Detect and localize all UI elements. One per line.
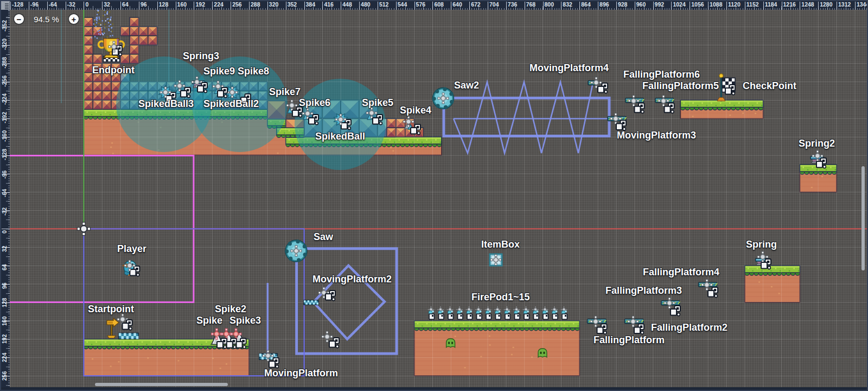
ruler-tick <box>10 2 11 10</box>
ruler-label: 768 <box>526 1 536 8</box>
ruler-label: 1184 <box>765 1 777 8</box>
ruler-label: -128 <box>1 149 8 160</box>
ruler-label: 224 <box>1 353 8 363</box>
ruler-label: 288 <box>251 1 260 8</box>
zoom-in-button[interactable]: + <box>69 14 79 24</box>
ruler-tick <box>304 2 305 10</box>
ruler-tick <box>818 2 819 10</box>
ruler-label: 256 <box>1 371 8 381</box>
instance-label: Spike7 <box>269 86 301 98</box>
ruler-tick <box>543 2 544 10</box>
ruler-label: 896 <box>599 1 609 8</box>
instance-label: FallingPlatform4 <box>643 267 719 278</box>
ruler-label: 1120 <box>728 1 741 8</box>
ruler-tick <box>231 2 231 10</box>
instance-label: Spike5 <box>362 97 393 109</box>
ruler-tick <box>120 2 121 10</box>
ruler-label: 800 <box>545 1 554 8</box>
ruler-label: 1216 <box>783 1 796 8</box>
ruler-label: 1088 <box>710 1 722 8</box>
instance-label: Saw2 <box>454 80 479 91</box>
ruler-label: -352 <box>1 20 8 31</box>
ruler-tick <box>359 2 360 10</box>
ruler-label: 128 <box>159 1 169 8</box>
ruler-label: 1248 <box>801 1 814 8</box>
ruler-label: 192 <box>195 1 205 8</box>
ruler-label: 384 <box>306 1 316 8</box>
instance-label: Startpoint <box>88 304 134 315</box>
instance-label: ItemBox <box>481 239 520 250</box>
ruler-label: 32 <box>104 1 110 8</box>
horizontal-scrollbar[interactable] <box>95 383 228 386</box>
instance-label: Spike2 <box>215 304 246 315</box>
instance-label: Spring3 <box>183 51 219 62</box>
instance-label: Spike8 <box>238 66 269 77</box>
ruler-label: 64 <box>122 1 129 8</box>
vertical-scrollbar[interactable] <box>861 166 865 270</box>
ruler-label: 160 <box>177 1 187 8</box>
ruler-label: -96 <box>1 171 8 179</box>
instance-label: SpikedBall2 <box>203 98 259 110</box>
instance-label: Spike6 <box>299 97 330 109</box>
instance-label: Spring2 <box>799 138 835 149</box>
ruler-tick <box>763 2 764 10</box>
ruler-tick <box>249 2 250 10</box>
ruler-label: 192 <box>1 335 8 344</box>
instance-label: Saw <box>314 231 333 243</box>
instance-label: MovingPlatform2 <box>312 274 392 285</box>
ruler-tick <box>782 2 782 10</box>
instance-label: FirePod1~15 <box>471 292 530 303</box>
ruler-label: 352 <box>288 1 297 8</box>
ruler-tick <box>488 2 488 10</box>
ruler-label: 32 <box>1 246 8 253</box>
ruler-label: 736 <box>508 1 518 8</box>
ruler-tick <box>2 229 10 229</box>
ruler-tick <box>29 2 29 10</box>
zoom-control: − 94.5 % + <box>14 14 79 24</box>
ruler-tick <box>653 2 654 10</box>
ruler-label: -320 <box>1 39 8 50</box>
ruler-label: 1280 <box>820 1 832 8</box>
ruler-tick <box>525 2 525 10</box>
ruler-tick <box>671 2 672 10</box>
ruler-tick <box>745 2 745 10</box>
instance-label: Player <box>117 243 146 255</box>
ruler-tick <box>47 2 48 10</box>
ruler-label: 576 <box>416 1 426 8</box>
ruler-tick <box>800 2 800 10</box>
ruler-tick <box>157 2 158 10</box>
ruler-tick <box>341 2 341 10</box>
ruler-tick <box>579 2 580 10</box>
ruler-label: 96 <box>1 282 8 289</box>
ruler-label: 224 <box>214 1 224 8</box>
ruler-tick <box>66 2 66 10</box>
ruler-tick <box>635 2 635 10</box>
ruler-tick <box>837 2 837 10</box>
instance-label: FallingPlatform2 <box>651 322 727 333</box>
ruler-label: 704 <box>489 1 499 8</box>
ruler-label: -160 <box>1 130 8 142</box>
zoom-out-button[interactable]: − <box>14 14 24 24</box>
ruler-label: 1344 <box>857 1 867 8</box>
ruler-tick <box>286 2 286 10</box>
ruler-tick <box>102 2 103 10</box>
ruler-tick <box>139 2 139 10</box>
ruler-label: 512 <box>379 1 389 8</box>
ruler-label: 416 <box>324 1 334 8</box>
ruler-label: 1056 <box>691 1 704 8</box>
ruler-tick <box>212 2 213 10</box>
instance-label: FallingPlatform6 <box>623 69 700 80</box>
ruler-tick <box>322 2 323 10</box>
instance-label: FallingPlatform <box>593 335 665 346</box>
ruler-label: 672 <box>471 1 481 8</box>
scene-grid-background[interactable] <box>10 10 867 387</box>
ruler-label: 992 <box>655 1 665 8</box>
level-editor-window: EndpointSpring3Spike9Spike8Spike7Spike6S… <box>0 0 868 391</box>
ruler-label: 960 <box>636 1 646 8</box>
ruler-label: -256 <box>1 75 8 87</box>
ruler-label: 544 <box>398 1 407 8</box>
instance-label: FallingPlatform3 <box>605 285 682 297</box>
ruler-label: 832 <box>563 1 572 8</box>
ruler-tick <box>396 2 397 10</box>
instance-label: MovingPlatform4 <box>529 62 609 74</box>
